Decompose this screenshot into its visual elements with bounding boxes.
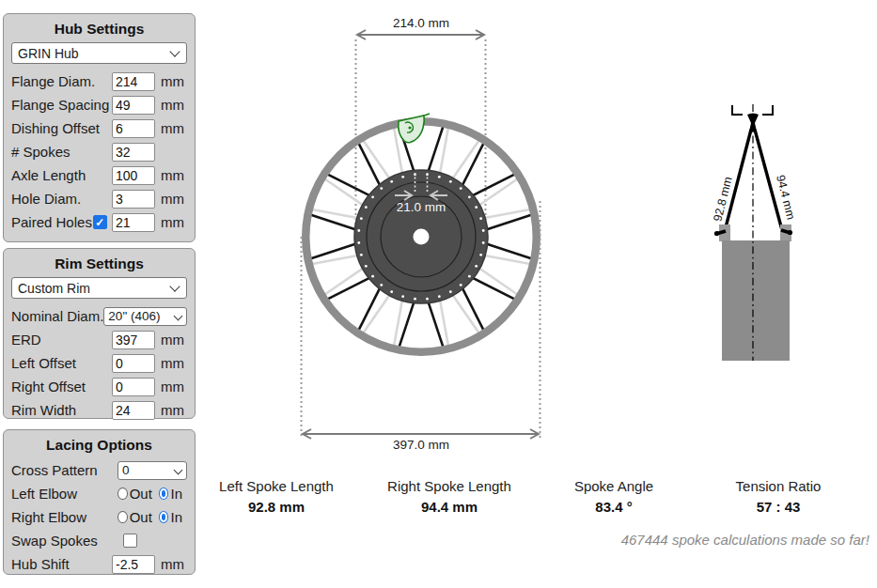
flange-spacing-row: Flange Spacing mm	[11, 93, 187, 116]
axle-length-row: Axle Length mm	[11, 163, 187, 187]
unit-label: mm	[161, 332, 187, 348]
right-offset-label: Right Offset	[11, 379, 112, 395]
axle-length-input[interactable]	[112, 166, 155, 185]
erd-label: ERD	[11, 332, 112, 348]
flange-diam-input[interactable]	[112, 72, 155, 91]
unit-label: mm	[161, 191, 187, 207]
paired-holes-label: Paired Holes	[11, 214, 92, 230]
nominal-diam-value: 20" (406)	[108, 309, 160, 323]
swap-spokes-row: Swap Spokes	[11, 529, 187, 552]
result-value: 57 : 43	[736, 499, 822, 515]
hub-disc	[354, 170, 488, 303]
unit-label: mm	[161, 355, 187, 371]
rim-width-label: Rim Width	[11, 402, 112, 418]
flange-spacing-input[interactable]	[112, 96, 155, 115]
lacing-options-title: Lacing Options	[11, 437, 187, 454]
hub-settings-title: Hub Settings	[11, 21, 187, 38]
left-spoke-length-result: Left Spoke Length 92.8 mm	[219, 478, 334, 515]
erd-input[interactable]	[112, 331, 155, 349]
num-spokes-row: # Spokes	[11, 140, 187, 163]
rim-width-row: Rim Width mm	[11, 398, 187, 422]
unit-label: mm	[161, 120, 187, 136]
erd-row: ERD mm	[11, 328, 187, 351]
hub-shift-input[interactable]	[112, 555, 155, 574]
flange-diam-label: Flange Diam.	[11, 73, 112, 89]
dishing-offset-label: Dishing Offset	[11, 120, 112, 136]
left-offset-label: Left Offset	[11, 355, 112, 371]
right-spoke-length-result: Right Spoke Length 94.4 mm	[387, 478, 511, 515]
rim-settings-title: Rim Settings	[11, 255, 187, 272]
axle-hole	[414, 229, 430, 245]
unit-label: mm	[161, 214, 187, 230]
unit-label: mm	[161, 97, 187, 113]
left-elbow-out-radio[interactable]	[117, 487, 128, 500]
in-label: In	[170, 486, 182, 502]
flange-spacing-label: Flange Spacing	[11, 97, 112, 113]
rim-preset-value: Custom Rim	[18, 281, 90, 296]
in-label: In	[170, 509, 182, 525]
hub-preset-select[interactable]: GRIN Hub	[11, 42, 187, 64]
unit-label: mm	[161, 556, 187, 572]
result-label: Left Spoke Length	[219, 478, 334, 494]
hole-diam-row: Hole Diam. mm	[11, 187, 187, 210]
hole-diam-input[interactable]	[112, 190, 155, 209]
out-label: Out	[130, 486, 152, 502]
cross-pattern-row: Cross Pattern 0	[11, 458, 187, 482]
right-offset-input[interactable]	[112, 378, 155, 396]
rim-preset-select[interactable]: Custom Rim	[11, 277, 187, 299]
unit-label: mm	[161, 73, 187, 89]
dishing-offset-input[interactable]	[112, 119, 155, 138]
right-offset-row: Right Offset mm	[11, 375, 187, 398]
num-spokes-input[interactable]	[112, 143, 155, 162]
hub-shift-row: Hub Shift mm	[11, 552, 187, 576]
pair-spacing-label: 21.0 mm	[397, 200, 446, 214]
cross-pattern-select[interactable]: 0	[117, 461, 187, 480]
unit-label: mm	[161, 167, 187, 183]
lacing-options-panel: Lacing Options Cross Pattern 0 Left Elbo…	[3, 429, 196, 575]
hub-preset-value: GRIN Hub	[18, 46, 79, 61]
nominal-diam-row: Nominal Diam. 20" (406)	[11, 304, 187, 328]
flange-width-label: 214.0 mm	[393, 16, 449, 30]
spoke-angle-result: Spoke Angle 83.4 °	[574, 478, 653, 515]
grin-badge-icon	[399, 114, 430, 143]
result-value: 83.4 °	[574, 499, 653, 515]
tension-ratio-result: Tension Ratio 57 : 43	[736, 478, 822, 515]
left-elbow-row: Left Elbow Out In	[11, 482, 187, 505]
swap-spokes-checkbox[interactable]	[123, 534, 137, 548]
rim-width-input[interactable]	[112, 401, 155, 420]
left-elbow-label: Left Elbow	[11, 486, 117, 502]
paired-holes-checkbox[interactable]: ✓	[93, 215, 107, 229]
chevron-down-icon	[169, 281, 180, 291]
result-label: Tension Ratio	[736, 478, 822, 494]
left-spoke-length-label: 92.8 mm	[711, 176, 734, 224]
nominal-diam-label: Nominal Diam.	[11, 308, 103, 324]
left-elbow-in-radio[interactable]	[159, 487, 169, 500]
chevron-down-icon	[169, 46, 180, 56]
chevron-down-icon	[174, 311, 183, 320]
result-label: Spoke Angle	[574, 478, 653, 494]
hub-shift-label: Hub Shift	[11, 556, 112, 572]
hole-diam-label: Hole Diam.	[11, 191, 112, 207]
paired-holes-input[interactable]	[112, 213, 155, 232]
right-elbow-out-radio[interactable]	[117, 511, 128, 523]
left-offset-input[interactable]	[112, 354, 155, 373]
num-spokes-label: # Spokes	[11, 144, 112, 160]
paired-holes-row: Paired Holes ✓ mm	[11, 210, 187, 234]
flange-diam-row: Flange Diam. mm	[11, 70, 187, 93]
unit-label: mm	[161, 402, 187, 418]
hub-body	[722, 240, 790, 361]
axle-length-label: Axle Length	[11, 167, 112, 183]
calculation-counter-note: 467444 spoke calculations made so far!	[621, 532, 869, 548]
unit-label: mm	[161, 379, 187, 395]
chevron-down-icon	[174, 465, 183, 474]
nominal-diam-select[interactable]: 20" (406)	[103, 307, 187, 326]
right-elbow-in-radio[interactable]	[159, 511, 169, 523]
cross-pattern-value: 0	[122, 463, 130, 477]
side-view: 92.8 mm 94.4 mm	[711, 104, 797, 361]
result-value: 94.4 mm	[387, 499, 511, 515]
out-label: Out	[130, 509, 152, 525]
cross-pattern-label: Cross Pattern	[11, 462, 117, 478]
left-offset-row: Left Offset mm	[11, 351, 187, 375]
swap-spokes-label: Swap Spokes	[11, 533, 123, 549]
right-elbow-row: Right Elbow Out In	[11, 505, 187, 529]
